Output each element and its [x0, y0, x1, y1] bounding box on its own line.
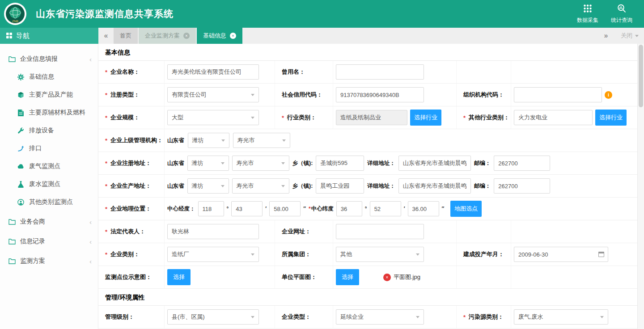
header-actions: 数据采集 统计查询 — [577, 4, 632, 24]
enterprise-type-select[interactable]: 延续企业 — [336, 309, 424, 325]
select-value: 寿光市 — [237, 136, 255, 144]
calendar-icon[interactable] — [598, 252, 604, 257]
website-input[interactable] — [336, 224, 424, 239]
sidebar-header: 导航 — [0, 28, 98, 44]
form-row: 管理级别： 县(市、区属) 企业类型： 延续企业 *污染源类别： 废气,废水 — [98, 306, 637, 329]
tab-home[interactable]: 首页 — [114, 28, 138, 44]
prod-addr-label: *企业生产地址： — [98, 175, 165, 197]
prod-county-select[interactable]: 寿光市 — [232, 178, 289, 194]
geo-label: *企业地理位置： — [98, 198, 165, 220]
tab-basic-info[interactable]: 基础信息 × — [197, 28, 242, 44]
sidebar-group-enterprise-info[interactable]: 企业信息填报 ‹ — [0, 50, 98, 68]
sidebar-item-emission-equipment[interactable]: 排放设备 — [0, 122, 98, 139]
group-select[interactable]: 其他 — [336, 247, 424, 262]
sidebar-item-gas-monitor-points[interactable]: 废气监测点 — [0, 157, 98, 175]
sidebar-item-other-monitor-points[interactable]: 其他类别监测点 — [0, 193, 98, 211]
folder-icon — [8, 56, 16, 62]
close-tab-icon[interactable]: × — [183, 33, 190, 39]
register-type-select[interactable]: 有限责任公司 — [167, 87, 259, 102]
parent-city-select[interactable]: 潍坊 — [188, 133, 229, 148]
industry-select-button[interactable]: 选择行业 — [410, 110, 441, 126]
tabs-scroll-left-icon[interactable]: « — [98, 32, 114, 40]
pollution-category-label: *污染源类别： — [457, 306, 511, 328]
wrench-icon — [17, 127, 25, 134]
tab-label: 企业监测方案 — [145, 32, 180, 40]
tabs-scroll-right-icon[interactable]: » — [598, 32, 614, 40]
prod-town-input[interactable] — [316, 178, 364, 194]
select-value: 废气,废水 — [518, 313, 543, 321]
sidebar-group-business-consult[interactable]: 业务会商 ‹ — [0, 213, 98, 231]
built-date-field — [514, 247, 608, 262]
org-code-input[interactable] — [514, 87, 602, 102]
info-icon[interactable]: i — [605, 91, 612, 99]
chevron-down-icon — [416, 316, 419, 318]
lat-min-input[interactable] — [370, 201, 401, 216]
sidebar-item-water-monitor-points[interactable]: 废水监测点 — [0, 175, 98, 193]
second-band: 导航 « 首页 企业监测方案 × 基础信息 × » 关闭 — [0, 28, 644, 44]
reg-zip-input[interactable] — [494, 156, 550, 171]
lng-sec-input[interactable] — [269, 201, 301, 216]
reg-detail-input[interactable] — [398, 156, 471, 171]
lat-sec-input[interactable] — [408, 201, 439, 216]
form-row: *企业注册地址： 山东省 潍坊 寿光市 乡（镇): 详细地址： 邮编： — [98, 152, 637, 175]
pollution-category-select[interactable]: 废气,废水 — [514, 309, 608, 325]
select-value: 潍坊 — [192, 159, 203, 167]
chevron-down-icon — [635, 35, 639, 37]
sidebar-group-monitor-plan[interactable]: 监测方案 ‹ — [0, 252, 98, 270]
prod-detail-input[interactable] — [398, 178, 471, 194]
lat-deg-input[interactable] — [336, 201, 362, 216]
legal-person-input[interactable] — [167, 224, 259, 239]
map-pick-button[interactable]: 地图选点 — [450, 201, 482, 217]
sidebar-item-outlet[interactable]: 排口 — [0, 139, 98, 157]
person-icon — [17, 199, 25, 206]
province-label: 山东省 — [167, 160, 184, 167]
prod-city-select[interactable]: 潍坊 — [187, 178, 229, 194]
stats-query-button[interactable]: 统计查询 — [611, 4, 632, 24]
vertical-scrollbar[interactable] — [637, 44, 644, 329]
site-sketch-select-button[interactable]: 选择 — [167, 269, 191, 285]
scale-label: *企业规模： — [98, 106, 165, 129]
sidebar-item-products-capacity[interactable]: 主要产品及产能 — [0, 86, 98, 104]
sidebar-item-basic-info[interactable]: 基础信息 — [0, 68, 98, 86]
plan-map-select-button[interactable]: 选择 — [336, 269, 359, 285]
category-select[interactable]: 造纸厂 — [167, 247, 259, 262]
stats-query-label: 统计查询 — [611, 17, 632, 24]
reg-town-input[interactable] — [316, 156, 364, 171]
category-label: *企业类别： — [98, 243, 165, 266]
former-name-input[interactable] — [336, 64, 424, 80]
company-name-input[interactable] — [167, 64, 259, 80]
tab-enterprise-monitor-plan[interactable]: 企业监测方案 × — [139, 28, 196, 44]
lng-min-input[interactable] — [231, 201, 263, 216]
reg-county-select[interactable]: 寿光市 — [232, 156, 289, 171]
degree-unit: ° — [227, 206, 229, 212]
chevron-down-icon — [251, 316, 254, 318]
town-label: 乡（镇): — [292, 182, 313, 190]
scale-select[interactable]: 大型 — [167, 110, 259, 125]
province-label: 山东省 — [167, 182, 184, 190]
sidebar-item-raw-materials-fuel[interactable]: 主要原辅材料及燃料 — [0, 104, 98, 122]
svg-text:ZNB: ZNB — [12, 20, 18, 23]
lng-deg-input[interactable] — [198, 201, 224, 216]
industry-input[interactable] — [336, 110, 407, 125]
delete-file-icon[interactable]: × — [383, 274, 391, 281]
register-type-label: *注册类型： — [98, 84, 165, 106]
sidebar-group-info-records[interactable]: 信息记录 ‹ — [0, 232, 98, 250]
scrollbar-thumb[interactable] — [639, 45, 643, 107]
credit-code-input[interactable] — [336, 87, 424, 102]
reg-city-select[interactable]: 潍坊 — [187, 156, 229, 171]
built-date-input[interactable] — [514, 247, 608, 262]
mgmt-level-select[interactable]: 县(市、区属) — [167, 309, 259, 325]
collapse-chevron-icon: ‹ — [89, 218, 92, 226]
other-industry-input[interactable] — [514, 110, 593, 125]
parent-county-select[interactable]: 寿光市 — [233, 133, 290, 148]
data-collect-button[interactable]: 数据采集 — [577, 4, 598, 24]
select-value: 潍坊 — [192, 136, 204, 144]
parent-org-label: *企业上级管理机构： — [98, 129, 165, 152]
detail-addr-label: 详细地址： — [367, 182, 395, 190]
other-industry-select-button[interactable]: 选择行业 — [595, 110, 627, 126]
tab-close-menu[interactable]: 关闭 — [621, 32, 639, 40]
prod-zip-input[interactable] — [494, 178, 550, 194]
chevron-down-icon — [600, 316, 604, 318]
sidebar-item-label: 排放设备 — [29, 127, 54, 135]
close-tab-icon[interactable]: × — [230, 33, 236, 39]
